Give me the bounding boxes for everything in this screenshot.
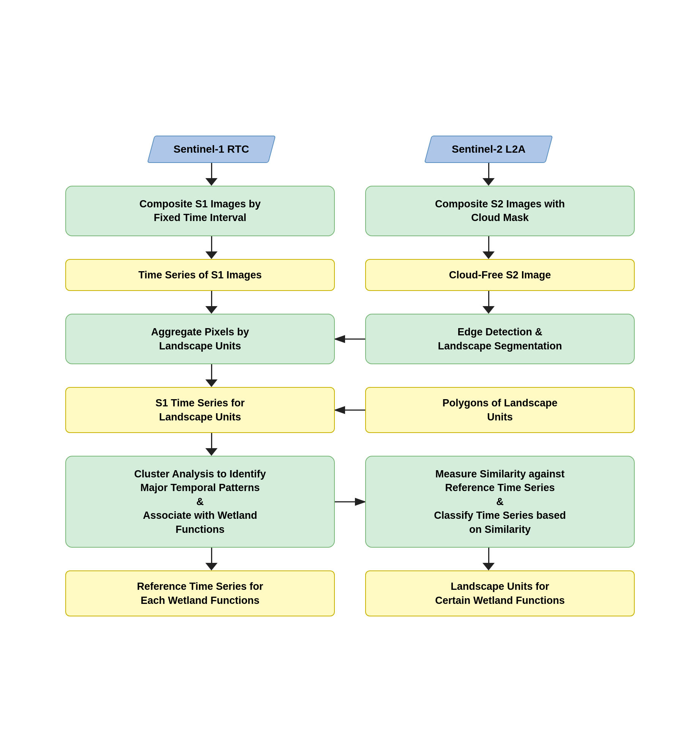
reference-timeseries-box: Reference Time Series for Each Wetland F… (65, 570, 335, 616)
measure-similarity-box: Measure Similarity against Reference Tim… (365, 456, 635, 548)
aggregate-pixels-box: Aggregate Pixels by Landscape Units (65, 314, 335, 364)
cloudfree-s2-box: Cloud-Free S2 Image (365, 259, 635, 291)
polygons-lu-box: Polygons of Landscape Units (365, 387, 635, 433)
sentinel2-node: Sentinel-2 L2A (350, 136, 627, 163)
sentinel1-box: Sentinel-1 RTC (147, 136, 276, 163)
landscape-units-wetland-box: Landscape Units for Certain Wetland Func… (365, 570, 635, 616)
flowchart-diagram: Sentinel-1 RTC Sentinel-2 L2A Composite … (27, 113, 673, 639)
sentinel2-box: Sentinel-2 L2A (424, 136, 553, 163)
composite-s1-box: Composite S1 Images by Fixed Time Interv… (65, 186, 335, 236)
sentinel1-node: Sentinel-1 RTC (73, 136, 350, 163)
edge-detection-box: Edge Detection & Landscape Segmentation (365, 314, 635, 364)
cluster-analysis-box: Cluster Analysis to Identify Major Tempo… (65, 456, 335, 548)
s1-timeseries-lu-box: S1 Time Series for Landscape Units (65, 387, 335, 433)
timeseries-s1-box: Time Series of S1 Images (65, 259, 335, 291)
composite-s2-box: Composite S2 Images with Cloud Mask (365, 186, 635, 236)
